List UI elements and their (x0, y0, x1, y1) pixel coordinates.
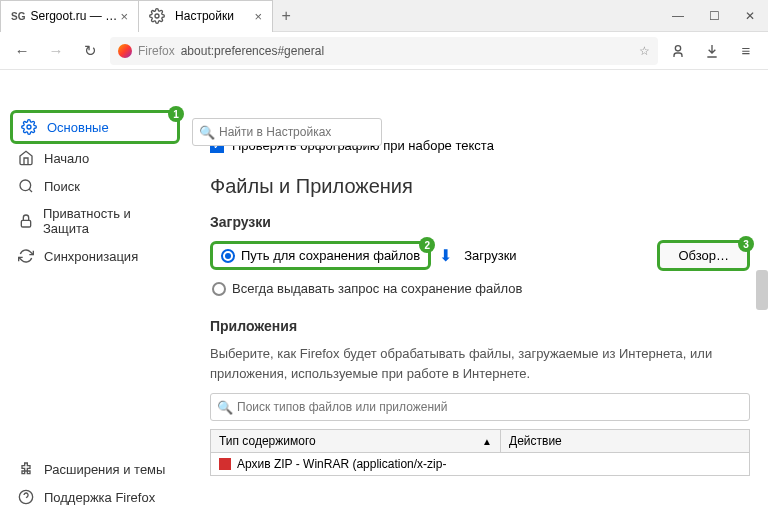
step-badge: 3 (738, 236, 754, 252)
radio-label: Путь для сохранения файлов (241, 248, 420, 263)
browse-button[interactable]: Обзор… 3 (657, 240, 750, 271)
download-folder-icon: ⬇ (439, 246, 452, 265)
radio-label: Всегда выдавать запрос на сохранение фай… (232, 281, 522, 296)
minimize-button[interactable]: — (660, 0, 696, 32)
downloads-heading: Загрузки (210, 214, 750, 230)
sidebar-item-label: Поддержка Firefox (44, 490, 155, 505)
sidebar-item-extensions[interactable]: Расширения и темы (10, 455, 180, 483)
svg-line-4 (29, 189, 32, 192)
forward-button[interactable]: → (42, 37, 70, 65)
svg-point-1 (675, 45, 680, 50)
search-icon (18, 178, 36, 194)
gear-icon (21, 119, 39, 135)
maximize-button[interactable]: ☐ (696, 0, 732, 32)
close-icon[interactable]: × (120, 9, 128, 24)
sidebar-item-home[interactable]: Начало (10, 144, 180, 172)
svg-rect-5 (21, 220, 30, 227)
sidebar-item-label: Синхронизация (44, 249, 138, 264)
sidebar-item-sync[interactable]: Синхронизация (10, 242, 180, 270)
browser-tab[interactable]: Настройки × (138, 0, 273, 32)
step-badge: 2 (419, 237, 435, 253)
home-icon (18, 150, 36, 166)
cell-text: Архив ZIP - WinRAR (application/x-zip- (237, 457, 446, 471)
sync-icon (18, 248, 36, 264)
apps-table-header: Тип содержимого ▲ Действие (210, 429, 750, 453)
url-bar[interactable]: Firefox about:preferences#general ☆ (110, 37, 658, 65)
download-icon[interactable] (698, 37, 726, 65)
sidebar-item-label: Основные (47, 120, 109, 135)
close-button[interactable]: ✕ (732, 0, 768, 32)
table-row[interactable]: Архив ZIP - WinRAR (application/x-zip- (210, 453, 750, 476)
sidebar-item-label: Начало (44, 151, 89, 166)
apps-search-input[interactable] (210, 393, 750, 421)
zip-file-icon (219, 458, 231, 470)
sidebar-item-privacy[interactable]: Приватность и Защита (10, 200, 180, 242)
gear-icon (149, 8, 167, 24)
svg-point-3 (20, 180, 31, 191)
browser-tab[interactable]: SG Sergoot.ru — Решение ваши × (0, 0, 139, 32)
svg-point-2 (27, 125, 31, 129)
url-text: about:preferences#general (181, 44, 324, 58)
puzzle-icon (18, 461, 36, 477)
refresh-button[interactable]: ↻ (76, 37, 104, 65)
account-icon[interactable] (664, 37, 692, 65)
help-icon (18, 489, 36, 505)
apps-description: Выберите, как Firefox будет обрабатывать… (210, 344, 750, 383)
settings-search-input[interactable] (192, 118, 382, 146)
back-button[interactable]: ← (8, 37, 36, 65)
search-icon: 🔍 (199, 125, 215, 140)
scrollbar[interactable] (756, 270, 768, 310)
radio-checked-icon (221, 249, 235, 263)
radio-unchecked-icon (212, 282, 226, 296)
bookmark-icon[interactable]: ☆ (639, 44, 650, 58)
column-header-action[interactable]: Действие (501, 430, 749, 452)
menu-icon[interactable]: ≡ (732, 37, 760, 65)
search-icon: 🔍 (217, 400, 233, 415)
lock-icon (18, 213, 35, 229)
save-path-radio[interactable]: Путь для сохранения файлов 2 (210, 241, 431, 270)
apps-heading: Приложения (210, 318, 750, 334)
sidebar-item-label: Расширения и темы (44, 462, 165, 477)
column-header-type[interactable]: Тип содержимого ▲ (211, 430, 501, 452)
sidebar-item-support[interactable]: Поддержка Firefox (10, 483, 180, 511)
section-heading: Файлы и Приложения (210, 175, 750, 198)
step-badge: 1 (168, 106, 184, 122)
firefox-icon (118, 44, 132, 58)
sidebar-item-search[interactable]: Поиск (10, 172, 180, 200)
sort-icon: ▲ (482, 436, 492, 447)
sidebar-item-label: Приватность и Защита (43, 206, 172, 236)
svg-point-0 (155, 14, 159, 18)
close-icon[interactable]: × (254, 9, 262, 24)
sidebar-item-general[interactable]: Основные 1 (10, 110, 180, 144)
tab-title: Sergoot.ru — Решение ваши (30, 9, 120, 23)
new-tab-button[interactable]: + (272, 0, 300, 32)
sidebar-item-label: Поиск (44, 179, 80, 194)
folder-path: Загрузки (464, 248, 649, 263)
tab-title: Настройки (175, 9, 234, 23)
always-ask-radio[interactable]: Всегда выдавать запрос на сохранение фай… (212, 281, 750, 296)
